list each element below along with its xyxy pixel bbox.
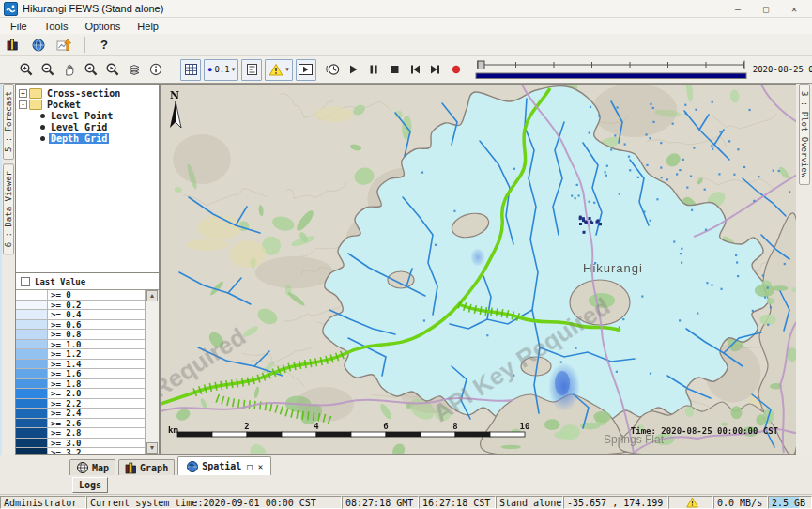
skip-to-end-button[interactable]: [427, 59, 445, 80]
layers-icon[interactable]: [125, 59, 144, 80]
play-button[interactable]: [345, 59, 362, 80]
legend-scrollbar[interactable]: ▲ ▼: [145, 290, 159, 454]
legend-swatch: [16, 340, 48, 349]
legend-swatch: [16, 428, 48, 438]
timeline-thumb[interactable]: [478, 61, 484, 69]
info-icon[interactable]: [146, 59, 165, 80]
legend-row[interactable]: >= 3.2: [16, 448, 146, 454]
north-label: N: [170, 89, 179, 101]
menu-file[interactable]: File: [2, 20, 36, 33]
legend-row[interactable]: >= 0.8: [16, 330, 146, 340]
legend-toggle-button[interactable]: [241, 59, 262, 81]
main-content: 5 : Forecast 6 : Data Viewer + Cross-sec…: [0, 84, 812, 455]
tab-data-viewer[interactable]: 6 : Data Viewer: [3, 163, 14, 254]
legend-swatch: [16, 419, 48, 428]
timeline-slider[interactable]: [474, 57, 748, 82]
tab-graph[interactable]: Graph: [118, 459, 175, 475]
skip-to-start-button[interactable]: [406, 59, 424, 80]
tab-plot-overview[interactable]: 3 : Plot Overview: [799, 84, 810, 185]
legend-swatch: [16, 409, 48, 418]
legend-row[interactable]: >= 2.6: [16, 419, 146, 429]
tree-item-pocket[interactable]: - Pocket: [19, 99, 159, 110]
legend-row[interactable]: >= 2.0: [16, 389, 146, 399]
legend-title: Last Value: [35, 277, 85, 286]
scroll-up-icon[interactable]: ▲: [146, 290, 158, 301]
logs-button[interactable]: Logs: [72, 477, 108, 493]
scale-tick: 4: [314, 422, 319, 431]
menu-help[interactable]: Help: [129, 20, 167, 33]
close-button[interactable]: ✕: [780, 4, 808, 14]
tree-expander[interactable]: +: [19, 89, 27, 98]
legend-row[interactable]: >= 0: [16, 290, 146, 301]
map-canvas[interactable]: API Key Required API Key Required Hikura…: [161, 85, 796, 454]
tab-forecast[interactable]: 5 : Forecast: [3, 84, 14, 160]
scale-tick: 6: [383, 422, 388, 431]
legend-row[interactable]: >= 2.4: [16, 409, 146, 419]
bullet-icon: [40, 114, 45, 118]
legend-row[interactable]: >= 0.2: [16, 301, 146, 311]
class-break-dropdown[interactable]: ● 0.1 ▾: [204, 59, 238, 81]
legend-label: >= 2.6: [48, 419, 82, 428]
scroll-down-icon[interactable]: ▼: [146, 442, 158, 454]
menu-options[interactable]: Options: [76, 20, 129, 33]
left-tab-strip: 5 : Forecast 6 : Data Viewer: [0, 84, 15, 455]
status-gmt-time: 08:27:18 GMT: [342, 496, 419, 509]
toolbar-separator: [84, 37, 85, 53]
right-tab-strip: 3 : Plot Overview: [796, 84, 812, 455]
movie-player-button[interactable]: [296, 59, 316, 81]
tree-item-level-grid[interactable]: Level Grid: [19, 121, 159, 132]
tree-item-label: Level Point: [49, 111, 115, 121]
status-warning[interactable]: [668, 496, 713, 509]
tab-spatial[interactable]: Spatial □ ✕: [177, 456, 271, 475]
pause-button[interactable]: [365, 59, 383, 80]
tree-item-depth-grid[interactable]: Depth Grid: [19, 132, 159, 144]
tab-maximize-icon[interactable]: □: [247, 462, 252, 471]
legend-row[interactable]: >= 2.2: [16, 399, 146, 409]
stop-button[interactable]: [386, 59, 404, 80]
legend-label: >= 3.2: [48, 448, 82, 454]
grid-display-button[interactable]: [180, 59, 201, 81]
legend-row[interactable]: >= 0.4: [16, 310, 146, 320]
archive-icon[interactable]: [4, 35, 23, 55]
tab-map[interactable]: Map: [69, 459, 115, 475]
zoom-out-icon[interactable]: [38, 59, 57, 80]
tree-item-cross-section[interactable]: + Cross-section: [19, 87, 159, 99]
legend-row[interactable]: >= 1.4: [16, 360, 146, 370]
legend-swatch: [16, 360, 48, 369]
import-timeseries-icon[interactable]: [54, 35, 73, 55]
minimize-button[interactable]: —: [724, 4, 752, 14]
last-value-checkbox[interactable]: [21, 277, 30, 286]
legend-row[interactable]: >= 1.8: [16, 379, 146, 390]
tree-item-label: Pocket: [45, 100, 83, 110]
globe-icon[interactable]: [29, 35, 48, 55]
map-view[interactable]: API Key Required API Key Required Hikura…: [160, 84, 796, 455]
record-button[interactable]: [448, 59, 466, 80]
legend-row[interactable]: >= 3.0: [16, 439, 146, 449]
legend-row[interactable]: >= 0.6: [16, 320, 146, 331]
thresholds-dropdown[interactable]: ▾: [265, 59, 293, 81]
legend-row[interactable]: >= 2.8: [16, 428, 146, 439]
time-navigator-icon[interactable]: [323, 59, 342, 80]
legend-label: >= 1.0: [48, 340, 82, 349]
legend-panel: Last Value >= 0>= 0.2>= 0.4>= 0.6>= 0.8>…: [15, 273, 160, 455]
legend-swatch: [16, 349, 48, 359]
menu-tools[interactable]: Tools: [36, 20, 77, 33]
zoom-next-icon[interactable]: [103, 59, 122, 80]
legend-body: >= 0>= 0.2>= 0.4>= 0.6>= 0.8>= 1.0>= 1.2…: [16, 290, 159, 454]
tree-item-level-point[interactable]: Level Point: [19, 110, 159, 121]
legend-row[interactable]: >= 1.6: [16, 369, 146, 379]
legend-row[interactable]: >= 1.2: [16, 349, 146, 360]
zoom-in-icon[interactable]: [17, 59, 36, 80]
help-button[interactable]: ?: [97, 38, 112, 52]
tab-close-icon[interactable]: ✕: [258, 462, 263, 471]
maximize-button[interactable]: □: [752, 4, 780, 14]
tree-expander[interactable]: -: [19, 100, 27, 109]
legend-label: >= 1.8: [48, 379, 82, 389]
pan-hand-icon[interactable]: [60, 59, 79, 80]
zoom-previous-icon[interactable]: [82, 59, 100, 80]
legend-label: >= 1.4: [48, 360, 82, 369]
tree-item-label: Cross-section: [45, 88, 122, 99]
chevron-down-icon: ▾: [232, 66, 236, 73]
legend-row[interactable]: >= 1.0: [16, 340, 146, 350]
window-title: Hikurangi FEWS (Stand alone): [23, 3, 163, 14]
